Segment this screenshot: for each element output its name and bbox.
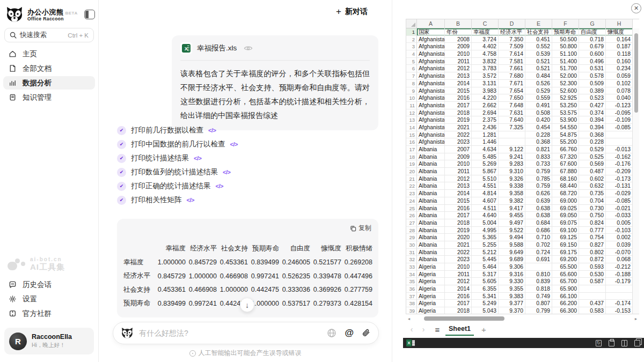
cell[interactable]: 9.383 (499, 293, 525, 300)
cell[interactable]: 65.500 (552, 263, 579, 271)
cell[interactable]: 0.521 (525, 58, 552, 65)
row-number[interactable]: 15 (406, 131, 417, 139)
cell[interactable]: 2023 (445, 138, 472, 146)
cell[interactable]: 7.325 (499, 124, 525, 131)
user-profile[interactable]: R RaccoonElla Hi，晚上好！ (4, 328, 94, 354)
cell[interactable]: 9.310 (499, 168, 525, 175)
cell[interactable]: 69.175 (552, 249, 579, 256)
cell[interactable]: 0.160 (606, 58, 633, 65)
cell[interactable]: 9.316 (499, 271, 525, 278)
cell[interactable]: 0.710 (525, 234, 552, 241)
paste-icon[interactable] (596, 340, 602, 346)
cell[interactable]: 0.578 (579, 72, 606, 80)
cell[interactable]: 0.526 (525, 80, 552, 87)
cell[interactable]: 9.338 (499, 182, 525, 190)
cell[interactable]: 0.807 (525, 300, 552, 307)
row-number[interactable]: 27 (406, 219, 417, 227)
cell[interactable]: 0.872 (579, 256, 606, 263)
cell[interactable]: 0.002 (606, 234, 633, 241)
cell[interactable]: Albania (417, 227, 445, 234)
cell[interactable]: 9.649 (499, 249, 525, 256)
code-icon[interactable]: </> (194, 155, 201, 161)
cell[interactable]: 0.368 (525, 138, 552, 146)
cell[interactable]: 53.250 (552, 102, 579, 109)
cell[interactable]: 2022 (445, 131, 472, 139)
row-number[interactable]: 12 (406, 109, 417, 117)
cell[interactable]: 2016 (445, 205, 472, 212)
cell[interactable]: 2.694 (472, 109, 499, 117)
row-number[interactable]: 36 (406, 285, 417, 293)
cell[interactable]: 0.704 (579, 197, 606, 205)
row-number[interactable]: 34 (406, 271, 417, 278)
cell[interactable]: 2.436 (472, 124, 499, 131)
row-number[interactable]: 1 (406, 28, 417, 36)
cell[interactable]: 9.377 (499, 300, 525, 307)
cell[interactable]: 0.118 (606, 50, 633, 58)
cell[interactable]: 9.358 (499, 190, 525, 197)
scroll-to-bottom-button[interactable]: ↓ (240, 298, 254, 312)
cell[interactable]: 0.234 (606, 65, 633, 72)
cell[interactable]: 0.420 (525, 116, 552, 124)
cell[interactable]: 69.075 (552, 219, 579, 227)
cell[interactable]: 3.724 (472, 36, 499, 43)
cell[interactable]: 7.680 (499, 72, 525, 80)
cell[interactable]: 0.638 (525, 212, 552, 219)
cell[interactable]: 7.671 (499, 80, 525, 87)
cell[interactable]: 0.530 (579, 271, 606, 278)
row-number[interactable]: 10 (406, 94, 417, 102)
cell[interactable]: 51.100 (552, 50, 579, 58)
cell[interactable]: 0.718 (579, 36, 606, 43)
cell[interactable]: 50.800 (552, 43, 579, 50)
cell[interactable]: Afghanistan (417, 138, 445, 146)
cell[interactable]: 66.760 (552, 146, 579, 153)
code-icon[interactable]: </> (187, 197, 194, 203)
cell[interactable]: 0.427 (579, 102, 606, 109)
cell[interactable]: 2011 (445, 168, 472, 175)
sidebar-item-history[interactable]: 历史会话 (3, 278, 95, 291)
cell[interactable]: -0.103 (606, 227, 633, 234)
cell[interactable]: 7.581 (499, 58, 525, 65)
row-number[interactable]: 22 (406, 182, 417, 190)
cell[interactable]: 9.455 (499, 212, 525, 219)
cell[interactable]: 7.509 (499, 43, 525, 50)
cell[interactable]: 自由度 (579, 28, 606, 36)
cell[interactable]: Algeria (417, 278, 445, 285)
code-icon[interactable]: </> (216, 183, 223, 189)
cell[interactable]: 2007 (445, 146, 472, 153)
column-header-B[interactable]: B (445, 19, 472, 28)
cell[interactable]: 0.754 (579, 234, 606, 241)
cell[interactable]: Afghanistan (417, 116, 445, 124)
cell[interactable]: 0.228 (579, 138, 606, 146)
row-number[interactable]: 11 (406, 102, 417, 109)
column-header-H[interactable]: H (606, 19, 633, 28)
row-number[interactable]: 32 (406, 256, 417, 263)
cell[interactable]: 7.654 (499, 87, 525, 95)
cell[interactable]: 5.445 (472, 256, 499, 263)
cell[interactable]: 9.497 (499, 219, 525, 227)
cell[interactable]: 0.684 (525, 219, 552, 227)
cell[interactable]: 3.783 (472, 65, 499, 72)
switch-windows-icon[interactable] (634, 340, 640, 346)
cell[interactable]: 7.650 (499, 94, 525, 102)
cell[interactable]: 4.607 (472, 197, 499, 205)
cell[interactable]: Algeria (417, 293, 445, 300)
cell[interactable]: 0.686 (525, 227, 552, 234)
cell[interactable]: 2012 (445, 278, 472, 285)
cell[interactable]: 5.249 (472, 300, 499, 307)
cell[interactable]: Afghanistan (417, 72, 445, 80)
cell[interactable]: 0.583 (579, 307, 606, 314)
cell[interactable]: 0.394 (579, 124, 606, 131)
cell[interactable]: 2022 (445, 249, 472, 256)
row-number[interactable]: 39 (406, 307, 417, 314)
cell[interactable]: 2023 (445, 256, 472, 263)
sidebar-item-community[interactable]: 官方社群 (3, 307, 95, 320)
cell[interactable]: 69.150 (552, 241, 579, 249)
horizontal-scrollbar[interactable]: ◄ ► (406, 315, 639, 322)
cell[interactable]: 预期寿命 (552, 28, 579, 36)
cell[interactable]: 0.187 (606, 43, 633, 50)
cell[interactable]: 0.529 (525, 87, 552, 95)
cell[interactable]: Afghanistan (417, 124, 445, 131)
row-number[interactable]: 21 (406, 175, 417, 183)
next-sheet-icon[interactable]: › (418, 325, 429, 334)
cell[interactable]: 0.491 (525, 102, 552, 109)
